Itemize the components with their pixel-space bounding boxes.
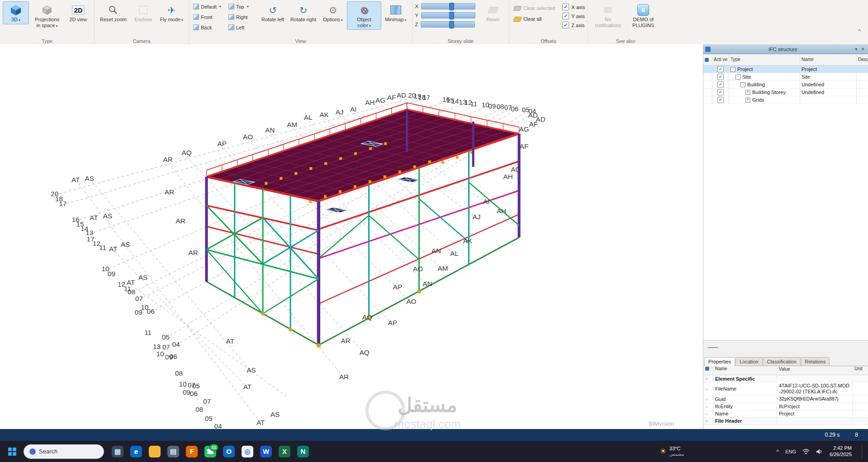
property-row[interactable]: –NameProject xyxy=(703,410,868,418)
view-front-button[interactable]: Front xyxy=(192,12,227,22)
projections-button[interactable]: Projections in space▾ xyxy=(30,1,64,30)
row-checkbox[interactable]: ✓ xyxy=(717,81,724,88)
clear-all-button[interactable]: Clear all xyxy=(512,15,557,23)
tab-properties[interactable]: Properties xyxy=(704,357,735,366)
storey-reset-button[interactable]: Reset xyxy=(480,1,506,24)
status-bar: 0.29 s 8 xyxy=(0,429,868,441)
col-prop-value[interactable]: Value xyxy=(777,366,853,375)
clear-selected-button[interactable]: Clear selected xyxy=(512,4,557,12)
property-row[interactable]: –FileName4TAIF12-UCC-SD-100-ST-MOD-29002… xyxy=(703,382,868,396)
rotate-right-button[interactable]: ↻ Rotate right xyxy=(288,1,319,24)
slider-z[interactable] xyxy=(421,21,475,28)
col-type[interactable]: Type xyxy=(729,54,800,65)
firefox-icon[interactable]: F xyxy=(185,443,199,460)
expander-icon[interactable]: - xyxy=(730,67,735,72)
view-right-button[interactable]: Right xyxy=(227,12,256,22)
property-row[interactable]: –IfcEntityIfcProject xyxy=(703,403,868,410)
col-description[interactable]: Descript xyxy=(857,54,868,65)
object-color-button[interactable]: ⚙ Object color▾ xyxy=(347,1,381,30)
chevron-down-icon: ▾ xyxy=(56,24,57,28)
chevron-down-icon[interactable]: ▾ xyxy=(854,47,859,52)
col-prop-unit[interactable]: Unit xyxy=(853,366,868,375)
row-checkbox[interactable]: ✓ xyxy=(717,66,724,72)
clock[interactable]: 2:42 PM 6/26/2025 xyxy=(830,445,852,458)
onenote-glyph: N xyxy=(297,446,309,457)
language-indicator[interactable]: ENG xyxy=(785,449,796,454)
col-prop-name[interactable]: Name xyxy=(713,366,777,375)
z-axis-checkbox[interactable]: ✓Z axis xyxy=(562,22,585,28)
fly-mode-button[interactable]: ✈ Fly mode▾ xyxy=(157,1,186,24)
tab-location[interactable]: Location xyxy=(735,357,763,366)
enclose-button[interactable]: Enclose xyxy=(130,1,157,24)
notes-icon[interactable]: ▤ xyxy=(166,443,180,460)
view-face-icon xyxy=(228,14,234,20)
whatsapp-icon[interactable]: ☎55 xyxy=(203,443,218,460)
demo-plugins-button[interactable]: B DEMO of PLUGINS xyxy=(626,1,660,30)
2d-view-button[interactable]: 2D 2D view xyxy=(65,1,91,24)
wifi-icon[interactable] xyxy=(802,448,810,455)
grid-label: AM xyxy=(438,264,448,272)
slider-z-thumb[interactable] xyxy=(449,21,454,28)
ribbon-collapse-chevron-icon[interactable]: ^ xyxy=(858,28,861,34)
grid-label: AG xyxy=(375,96,385,104)
tab-classification[interactable]: Classification xyxy=(763,357,801,366)
word-icon[interactable]: W xyxy=(259,443,273,460)
options-button[interactable]: ⚙ Options▾ xyxy=(320,1,346,24)
outlook-icon[interactable]: O xyxy=(222,443,236,460)
close-icon[interactable]: ✕ xyxy=(859,47,867,52)
reset-zoom-button[interactable]: Reset zoom xyxy=(97,1,129,24)
ifc-panel-header[interactable]: IFC structure ▾ ✕ xyxy=(703,44,868,54)
slider-x[interactable] xyxy=(421,3,475,9)
tree-row[interactable]: ✓+Building StoreyUndefined xyxy=(703,89,868,96)
view-top-button[interactable]: Top▾ xyxy=(227,1,256,12)
property-section-row[interactable]: −Element Specific xyxy=(703,375,868,382)
expander-icon[interactable]: - xyxy=(735,75,740,80)
expander-icon[interactable]: + xyxy=(745,98,750,103)
property-row[interactable]: –Guid32pK5Qf8rEDArwSAia887j xyxy=(703,396,868,403)
col-active[interactable]: Acti ve xyxy=(712,54,729,65)
slider-y[interactable] xyxy=(421,12,475,19)
tree-row[interactable]: ✓+Grids xyxy=(703,96,868,104)
expander-icon[interactable]: + xyxy=(745,90,750,95)
taskbar: Search ▦e▤F☎55O◎WXN ☀ 33°C مشمس ^ ENG 2:… xyxy=(0,441,868,462)
search-input[interactable]: Search xyxy=(24,444,104,459)
row-checkbox[interactable]: ✓ xyxy=(717,89,724,95)
tab-relations[interactable]: Relations xyxy=(801,357,830,366)
slider-x-thumb[interactable] xyxy=(449,3,454,10)
view-back-button[interactable]: Back xyxy=(192,22,227,33)
panel-splitter[interactable] xyxy=(703,340,868,356)
tree-row[interactable]: ✓-SiteSite xyxy=(703,73,868,81)
volume-icon[interactable] xyxy=(816,448,823,455)
no-notifications-button[interactable]: No notifications xyxy=(591,1,625,30)
edge-icon[interactable]: e xyxy=(129,443,143,460)
onenote-icon[interactable]: N xyxy=(296,443,310,460)
task-view-icon[interactable]: ▦ xyxy=(110,443,125,460)
row-checkbox[interactable]: ✓ xyxy=(717,97,724,103)
view-left-button[interactable]: Left xyxy=(227,22,256,33)
start-button[interactable] xyxy=(5,444,20,459)
x-axis-checkbox[interactable]: ✓X axis xyxy=(562,4,585,10)
hidden-icons-chevron-icon[interactable]: ^ xyxy=(777,448,779,455)
show-desktop-button[interactable] xyxy=(862,445,863,458)
file-explorer-icon[interactable] xyxy=(147,443,162,460)
row-checkbox[interactable]: ✓ xyxy=(717,74,724,80)
view-default-button[interactable]: Default▾ xyxy=(192,1,227,12)
tree-row[interactable]: ✓-BuildingUndefined xyxy=(703,81,868,89)
minimap-button[interactable]: Minimap▾ xyxy=(382,1,409,24)
3d-viewport[interactable]: AD2019181716151413121110090807060504ADAD… xyxy=(0,44,703,429)
enclose-label: Enclose xyxy=(134,17,152,22)
property-section-row[interactable]: −File Header xyxy=(703,418,868,425)
expander-icon[interactable]: - xyxy=(740,82,745,87)
slider-y-thumb[interactable] xyxy=(449,12,454,19)
chrome-icon[interactable]: ◎ xyxy=(240,443,255,460)
weather-widget[interactable]: ☀ 33°C مشمس xyxy=(660,446,684,457)
chevron-down-icon: ▾ xyxy=(19,18,20,22)
3d-button[interactable]: 3D▾ xyxy=(3,1,29,24)
y-axis-checkbox[interactable]: ✓Y axis xyxy=(562,13,585,19)
grid-label: AH xyxy=(503,173,513,180)
excel-icon[interactable]: X xyxy=(277,443,292,460)
col-name[interactable]: Name xyxy=(800,54,857,65)
rotate-left-button[interactable]: ↺ Rotate left xyxy=(259,1,287,24)
splitter-grip[interactable] xyxy=(708,347,718,348)
tree-row[interactable]: ✓-ProjectProject xyxy=(703,66,868,73)
